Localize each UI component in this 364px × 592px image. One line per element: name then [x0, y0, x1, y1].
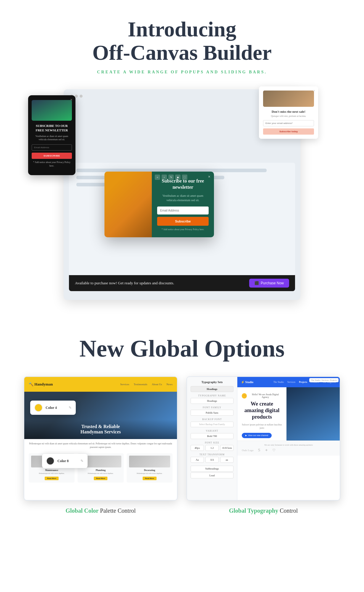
color8-swatch-circle	[46, 457, 54, 465]
cta-label: View our new channel	[248, 434, 268, 436]
browser-dot-green	[80, 95, 83, 98]
transform-btn-1[interactable]: Aa	[191, 457, 204, 463]
letter-spacing-value: -0.015em	[220, 445, 233, 451]
typography-layout: Typography Sets Headings TYPOGRAPHY NAME…	[187, 377, 340, 501]
small-popup-title: Don't miss the next sale!	[263, 110, 314, 113]
mobile-popup-desc: Vestibulum ac diam sit amet quam vehicul…	[32, 135, 72, 141]
service-decorating-desc: Pellentesque mi velit tortor dapibus.	[129, 472, 170, 475]
color-palette-caption: Global Color Palette Control	[24, 506, 178, 515]
typography-caption-rest: Control	[278, 507, 298, 514]
typography-caption: Global Typography Control	[186, 506, 340, 515]
typo-name-value: Headings	[191, 398, 233, 404]
typo-hero-right	[286, 387, 340, 441]
nav-item-studio[interactable]: The Studio	[273, 381, 284, 383]
toolbar-edit-icon[interactable]: ✎	[168, 175, 174, 180]
nav-item-projects[interactable]: Projects	[299, 381, 307, 383]
partner-logo-s: S	[258, 448, 260, 453]
hero-section: IntroducingOff-Canvas Builder CREATE A W…	[0, 0, 364, 312]
typo-hello-text: Hello! We are Avada Digital Agency	[249, 393, 282, 399]
typo-hello-dot: 👋	[242, 393, 247, 399]
main-popup-notice: * Add notice about your Privacy Policy h…	[157, 228, 209, 231]
mobile-popup-image	[32, 100, 72, 121]
color4-swatch-circle	[34, 404, 43, 412]
font-size-label: FONT SIZE	[191, 441, 233, 444]
toolbar-menu-icon[interactable]: ≡	[155, 175, 160, 180]
purchase-icon: ⬛	[255, 281, 259, 285]
small-popup-email-input[interactable]	[263, 120, 314, 126]
variant-label: VARIANT	[191, 430, 233, 432]
transform-btn-2[interactable]: AA	[205, 457, 219, 463]
purchase-now-button[interactable]: ⬛ Purchase Now	[249, 279, 289, 288]
caption-rest-text: Palette Control	[99, 507, 136, 514]
typo-cta-button[interactable]: ▶ View our new channel	[242, 433, 272, 438]
typo-hero-left: 👋 Hello! We are Avada Digital Agency We …	[237, 387, 286, 441]
color8-label: Color 8	[57, 459, 69, 463]
main-popup-email-input[interactable]	[157, 207, 209, 214]
nav-services[interactable]: Services	[120, 383, 129, 386]
service-maintenance-btn[interactable]: Read More	[45, 477, 59, 480]
font-size-value: 40px	[191, 445, 204, 451]
typo-partners-text: We are only fortunate to work with these…	[242, 444, 335, 446]
typo-partners-logos: Ouls Logo S ✦ ♡	[242, 448, 335, 453]
typo-hero-image	[286, 387, 340, 441]
popup-toolbar: ≡ + ✎ ◆ ⬚	[155, 175, 187, 180]
main-popup-desc: Vestibulum ac diam sit amet quam vehicul…	[157, 193, 209, 202]
typography-main-preview: The Studio | Services | Projects ⚡ Studi…	[237, 377, 340, 501]
transform-row: Aa AA aa	[191, 457, 233, 463]
main-popup: × ≡ + ✎ ◆ ⬚ Subscribe to our free newsle…	[104, 172, 214, 237]
line-height-value: 1.2	[205, 445, 219, 451]
nav-item-services[interactable]: Services	[287, 381, 295, 383]
nav-news[interactable]: News	[167, 383, 173, 386]
color4-swatch-popup: Color 4 ✎	[30, 401, 76, 415]
site-hero-image: Trusted & ReliableHandyman Services	[24, 392, 177, 439]
color-palette-frame: 🔨 Handyman Services Testimonials About U…	[24, 376, 178, 501]
main-popup-title: Subscribe to our free newsletter	[157, 178, 209, 191]
nav-about[interactable]: About Us	[152, 383, 162, 386]
small-popup-subscribe-button[interactable]: Subscribe today	[263, 128, 314, 135]
service-decorating-btn[interactable]: Read More	[143, 477, 157, 480]
site-hero-text: Trusted & ReliableHandyman Services	[29, 424, 173, 435]
palette-logo: 🔨 Handyman	[29, 382, 53, 387]
small-popup-close-icon[interactable]: ×	[313, 89, 315, 92]
browser-bottom-bar: Available to purchase now! Get ready for…	[69, 275, 295, 291]
toolbar-add-icon[interactable]: +	[162, 175, 167, 180]
typography-caption-green: Global Typography	[229, 507, 278, 514]
toolbar-settings-icon[interactable]: ◆	[175, 175, 181, 180]
nav-testimonials[interactable]: Testimonials	[134, 383, 147, 386]
mobile-popup-email-input[interactable]	[32, 144, 72, 151]
transform-btn-3[interactable]: aa	[220, 457, 233, 463]
main-popup-image	[104, 172, 152, 237]
main-popup-close-icon[interactable]: ×	[208, 175, 210, 179]
typo-desc: Sulocet ipsum pulvinar at nullam faucibu…	[242, 423, 282, 430]
color4-edit-icon[interactable]: ✎	[69, 406, 72, 410]
typo-partners-section: We are only fortunate to work with these…	[237, 441, 340, 456]
palette-main: Color 4 ✎ Trusted & ReliableHandyman Ser…	[24, 392, 177, 501]
service-plumbing-btn[interactable]: Read More	[94, 477, 108, 480]
browser-dot-yellow	[75, 95, 78, 98]
typo-hero: 👋 Hello! We are Avada Digital Agency We …	[237, 387, 340, 441]
hero-subtitle: CREATE A WIDE RANGE OF POPUPS AND SLIDIN…	[12, 70, 352, 75]
font-size-row: 40px 1.2 -0.015em	[191, 445, 233, 451]
main-popup-right: Subscribe to our free newsletter Vestibu…	[152, 172, 214, 237]
mobile-popup-subscribe-button[interactable]: SUBSCRIBE	[32, 153, 72, 159]
global-section: New Global Options 🔨 Handyman Services T…	[0, 312, 364, 527]
color8-edit-icon[interactable]: ✎	[80, 459, 83, 463]
partner-logo-heart: ♡	[272, 448, 276, 453]
font-family-value: Publik Sans	[191, 410, 233, 416]
main-popup-subscribe-button[interactable]: Subscribe	[157, 217, 209, 226]
mobile-popup-title: SUBSCRIBE TO OUR FREE NEWSLETTER	[32, 124, 72, 132]
palette-body: Color 4 ✎ Trusted & ReliableHandyman Ser…	[24, 392, 177, 501]
backup-font-label: BACKUP FONT	[191, 418, 233, 421]
service-maintenance-desc: Pellentesque mi velit tortor dapibus.	[31, 472, 72, 475]
small-popup-image	[263, 91, 314, 107]
typo-nav-logo: ⚡ Studio	[241, 380, 253, 384]
backup-font-value: Select Backup Font Family	[191, 422, 233, 427]
typo-headings-section: Headings	[191, 386, 233, 392]
caption-green-text: Global Color	[65, 507, 99, 514]
service-plumbing-desc: Pellentesque mi velit tortor dapibus.	[80, 472, 121, 475]
color-palette-screenshot: 🔨 Handyman Services Testimonials About U…	[24, 376, 178, 515]
typo-hello-bar: 👋 Hello! We are Avada Digital Agency	[242, 393, 282, 399]
typography-sidebar: Typography Sets Headings TYPOGRAPHY NAME…	[187, 377, 237, 501]
toolbar-view-icon[interactable]: ⬚	[182, 175, 187, 180]
variant-value: Bold 700	[191, 433, 233, 439]
